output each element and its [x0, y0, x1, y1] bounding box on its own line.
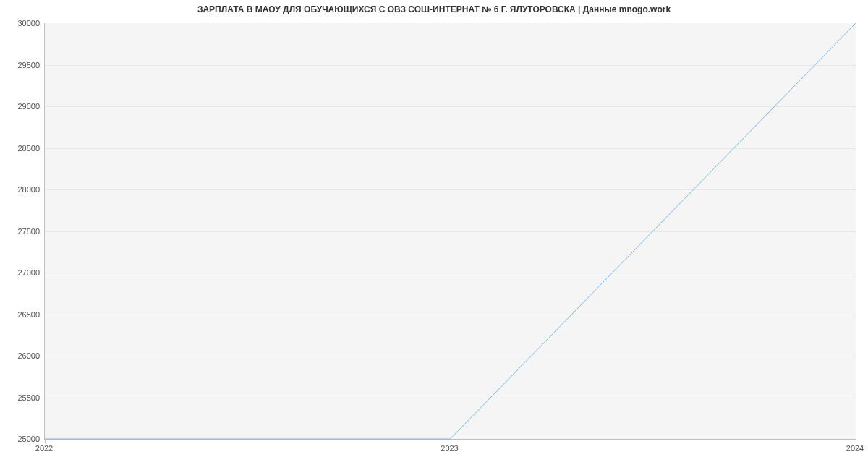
y-tick-label: 30000: [4, 19, 40, 27]
y-tick-label: 29000: [4, 102, 40, 111]
x-tick: [45, 439, 46, 443]
y-tick-label: 25000: [4, 435, 40, 443]
x-tick: [451, 439, 451, 443]
y-tick-label: 26000: [4, 351, 40, 360]
y-tick-label: 25500: [4, 393, 40, 402]
x-tick: [856, 439, 856, 443]
y-tick-label: 27500: [4, 227, 40, 236]
y-tick-label: 26500: [4, 310, 40, 319]
x-tick-label: 2022: [35, 444, 53, 453]
salary-line-chart: ЗАРПЛАТА В МАОУ ДЛЯ ОБУЧАЮЩИХСЯ С ОВЗ СО…: [0, 0, 868, 470]
y-tick-label: 27000: [4, 268, 40, 277]
chart-title: ЗАРПЛАТА В МАОУ ДЛЯ ОБУЧАЮЩИХСЯ С ОВЗ СО…: [0, 4, 868, 14]
y-tick-label: 28500: [4, 144, 40, 153]
y-tick-label: 28000: [4, 185, 40, 194]
y-tick-label: 29500: [4, 61, 40, 69]
series-line: [45, 23, 856, 439]
x-tick-label: 2024: [846, 444, 864, 453]
x-tick-label: 2023: [441, 444, 458, 453]
plot-area-main: [44, 23, 856, 440]
